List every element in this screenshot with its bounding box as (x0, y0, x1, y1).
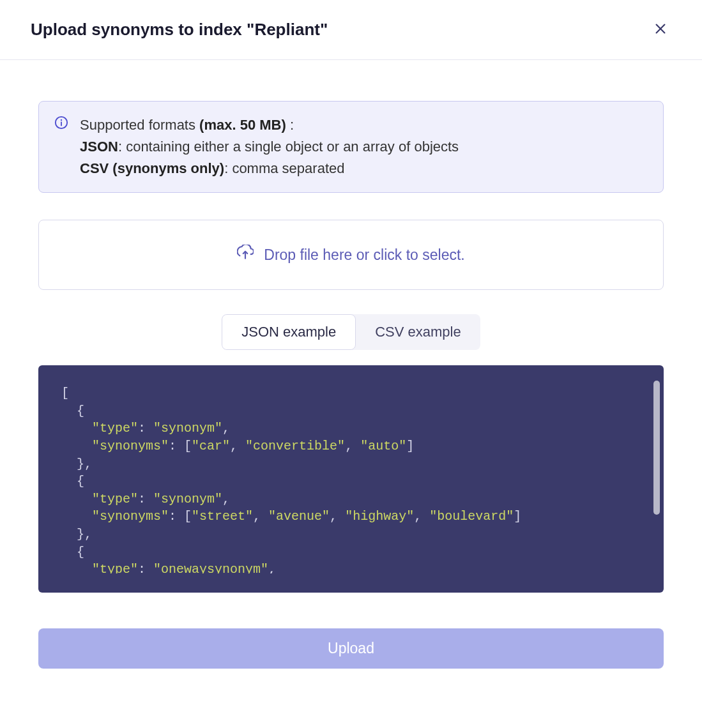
drop-zone-text: Drop file here or click to select. (264, 246, 464, 264)
info-json-desc: : containing either a single object or a… (118, 139, 459, 155)
supported-formats-info: Supported formats (max. 50 MB) : JSON: c… (38, 101, 664, 193)
info-line1-prefix: Supported formats (80, 117, 199, 133)
info-line1-bold: (max. 50 MB) (199, 117, 286, 133)
tab-json-example[interactable]: JSON example (222, 314, 356, 350)
info-icon (54, 116, 68, 132)
info-csv-desc: : comma separated (224, 160, 344, 176)
upload-button[interactable]: Upload (38, 628, 664, 669)
code-content: [ { "type": "synonym", "synonyms": ["car… (61, 384, 641, 573)
dialog-header: Upload synonyms to index "Repliant" (0, 0, 702, 60)
close-button[interactable] (650, 18, 671, 42)
code-example: [ { "type": "synonym", "synonyms": ["car… (38, 365, 664, 593)
scrollbar-thumb[interactable] (653, 381, 660, 515)
info-csv-label: CSV (synonyms only) (80, 160, 224, 176)
info-line1-suffix: : (286, 117, 294, 133)
info-json-label: JSON (80, 139, 118, 155)
file-drop-zone[interactable]: Drop file here or click to select. (38, 220, 664, 290)
dialog-title: Upload synonyms to index "Repliant" (31, 20, 328, 40)
code-scroll-area[interactable]: [ { "type": "synonym", "synonyms": ["car… (61, 384, 641, 573)
example-tabs: JSON example CSV example (38, 314, 664, 350)
tab-csv-example[interactable]: CSV example (356, 314, 480, 350)
close-icon (653, 28, 668, 38)
info-text: Supported formats (max. 50 MB) : JSON: c… (80, 114, 459, 179)
upload-icon (237, 245, 254, 265)
dialog-body: Supported formats (max. 50 MB) : JSON: c… (0, 60, 702, 694)
